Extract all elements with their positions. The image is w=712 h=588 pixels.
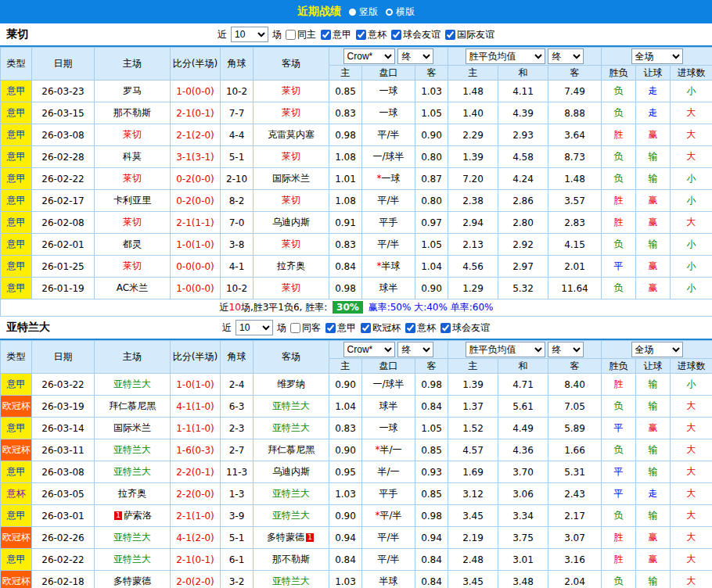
team-link[interactable]: AC米兰 xyxy=(117,282,148,293)
team-link[interactable]: 莱切 xyxy=(123,260,142,271)
asia-final-select[interactable]: 终 xyxy=(397,48,433,64)
team-link[interactable]: 莱切 xyxy=(123,217,142,228)
asia-away-odds-cell: 1.05 xyxy=(415,418,448,439)
europe-home-odds-cell: 2.38 xyxy=(448,190,498,212)
filter-checkbox[interactable]: 欧冠杯 xyxy=(361,321,401,335)
asia-away-odds-cell: 0.80 xyxy=(415,146,448,168)
team-link[interactable]: 亚特兰大 xyxy=(272,510,310,521)
europe-company-select[interactable]: 胜平负均值 xyxy=(466,342,545,357)
europe-home-odds-cell: 2.13 xyxy=(448,234,498,256)
europe-away-odds-cell: 8.73 xyxy=(548,146,602,168)
team-link[interactable]: 亚特兰大 xyxy=(113,444,151,455)
europe-final-select[interactable]: 终 xyxy=(548,342,584,357)
team-link[interactable]: 亚特兰大 xyxy=(272,400,310,411)
corners-cell: 2-7 xyxy=(221,439,254,461)
match-row: 欧冠杯26-03-19拜仁慕尼黑4-1(1-0)6-3亚特兰大1.04球半0.8… xyxy=(1,396,712,418)
team-link[interactable]: 国际米兰 xyxy=(272,173,310,184)
team-link[interactable]: 那不勒斯 xyxy=(113,107,151,118)
team-link[interactable]: 亚特兰大 xyxy=(113,466,151,477)
team-link[interactable]: 莱切 xyxy=(282,282,300,293)
team-link[interactable]: 莱切 xyxy=(282,151,300,162)
europe-draw-odds-cell: 2.93 xyxy=(498,124,548,146)
team-link[interactable]: 莱切 xyxy=(282,238,300,249)
team-link[interactable]: 萨索洛 xyxy=(124,510,152,521)
team-link[interactable]: 莱切 xyxy=(282,195,300,206)
team-link[interactable]: 亚特兰大 xyxy=(272,488,310,499)
filter-checkbox[interactable]: 同主 xyxy=(286,28,316,41)
asia-away-odds-cell: 0.90 xyxy=(415,278,448,299)
team-link[interactable]: 莱切 xyxy=(123,173,142,184)
checkbox-input[interactable] xyxy=(290,323,300,333)
handicap-result-cell: 输 xyxy=(636,374,671,396)
team-section: 莱切 近 10 场 同主意甲意杯球会友谊国际友谊 类型 日期 主场 xyxy=(0,23,712,317)
team-link[interactable]: 亚特兰大 xyxy=(272,422,310,433)
radio-horizontal-layout[interactable]: 横版 xyxy=(386,5,415,19)
radio-vertical-layout[interactable]: 竖版 xyxy=(349,5,378,19)
team-link[interactable]: 乌迪内斯 xyxy=(272,466,310,477)
checkbox-input[interactable] xyxy=(356,30,366,40)
filter-checkbox[interactable]: 意甲 xyxy=(325,321,356,335)
filter-checkbox[interactable]: 同客 xyxy=(290,321,321,335)
team-link[interactable]: 维罗纳 xyxy=(277,378,305,389)
col-header: 类型 xyxy=(1,341,32,374)
asia-final-select[interactable]: 终 xyxy=(397,342,433,357)
filter-checkbox[interactable]: 意甲 xyxy=(321,28,351,41)
checkbox-input[interactable] xyxy=(321,30,331,40)
checkbox-input[interactable] xyxy=(441,323,451,333)
handicap-result-cell: 赢 xyxy=(636,527,671,549)
europe-draw-odds-cell: 2.92 xyxy=(498,234,548,256)
team-link[interactable]: 拉齐奥 xyxy=(277,260,305,271)
score-cell: 2-0(2-0) xyxy=(171,571,221,588)
filter-checkbox[interactable]: 球会友谊 xyxy=(441,321,490,335)
europe-draw-odds-cell: 4.36 xyxy=(498,439,548,461)
team-link[interactable]: 克雷莫内塞 xyxy=(268,129,315,140)
team-link[interactable]: 亚特兰大 xyxy=(113,532,151,543)
corners-cell: 6-1 xyxy=(221,549,254,571)
team-link[interactable]: 多特蒙德 xyxy=(113,575,151,586)
team-link[interactable]: 罗马 xyxy=(123,85,142,96)
team-link[interactable]: 拜仁慕尼黑 xyxy=(109,400,156,411)
team-link[interactable]: 亚特兰大 xyxy=(272,575,310,586)
checkbox-input[interactable] xyxy=(391,30,401,40)
corners-cell: 11-3 xyxy=(221,461,254,483)
team-link[interactable]: 拜仁慕尼黑 xyxy=(268,444,315,455)
checkbox-input[interactable] xyxy=(286,30,296,40)
match-row: 意甲26-01-25莱切0-0(0-0)4-1拉齐奥0.84*半球1.044.5… xyxy=(1,256,712,278)
summary-cell: 近10场,胜3平1负6, 胜率: 30% 赢率:50% 大:40% 单率:60% xyxy=(1,299,712,317)
team-link[interactable]: 拉齐奥 xyxy=(118,488,146,499)
filter-checkbox[interactable]: 国际友谊 xyxy=(445,28,494,41)
team-link[interactable]: 乌迪内斯 xyxy=(272,217,310,228)
team-link[interactable]: 国际米兰 xyxy=(113,422,151,433)
team-link[interactable]: 多特蒙德 xyxy=(267,532,304,543)
team-link[interactable]: 卡利亚里 xyxy=(113,195,151,206)
checkbox-input[interactable] xyxy=(445,30,455,40)
team-link[interactable]: 亚特兰大 xyxy=(113,554,151,565)
odds-company-select[interactable]: Crow* xyxy=(343,342,395,357)
rounds-select[interactable]: 10 xyxy=(236,320,273,335)
match-row: 意甲26-03-14国际米兰1-1(1-0)2-3亚特兰大0.83一球1.051… xyxy=(1,418,712,439)
filter-checkbox[interactable]: 球会友谊 xyxy=(391,28,441,41)
checkbox-input[interactable] xyxy=(325,323,336,333)
team-link[interactable]: 莱切 xyxy=(123,129,142,140)
match-date-cell: 26-03-19 xyxy=(32,396,95,418)
team-link[interactable]: 莱切 xyxy=(282,107,300,118)
asia-away-odds-cell: 0.84 xyxy=(415,571,448,588)
scope-select[interactable]: 全场 xyxy=(631,342,683,357)
odds-company-select[interactable]: Crow* xyxy=(343,48,395,64)
team-link[interactable]: 那不勒斯 xyxy=(272,554,310,565)
asia-odds-header: Crow* 终 xyxy=(329,48,448,66)
team-link[interactable]: 亚特兰大 xyxy=(113,378,151,389)
checkbox-input[interactable] xyxy=(405,323,415,333)
away-team-cell: 多特蒙德1 xyxy=(254,527,329,549)
europe-company-select[interactable]: 胜平负均值 xyxy=(466,48,545,64)
team-link[interactable]: 都灵 xyxy=(123,238,142,249)
scope-select[interactable]: 全场 xyxy=(631,48,683,64)
team-link[interactable]: 莱切 xyxy=(282,85,300,96)
team-link[interactable]: 科莫 xyxy=(123,151,142,162)
score-cell: 4-1(1-0) xyxy=(171,396,221,418)
filter-checkbox[interactable]: 意杯 xyxy=(356,28,387,41)
rounds-select[interactable]: 10 xyxy=(231,27,268,42)
europe-final-select[interactable]: 终 xyxy=(548,48,584,64)
filter-checkbox[interactable]: 意杯 xyxy=(405,321,436,335)
checkbox-input[interactable] xyxy=(361,323,371,333)
